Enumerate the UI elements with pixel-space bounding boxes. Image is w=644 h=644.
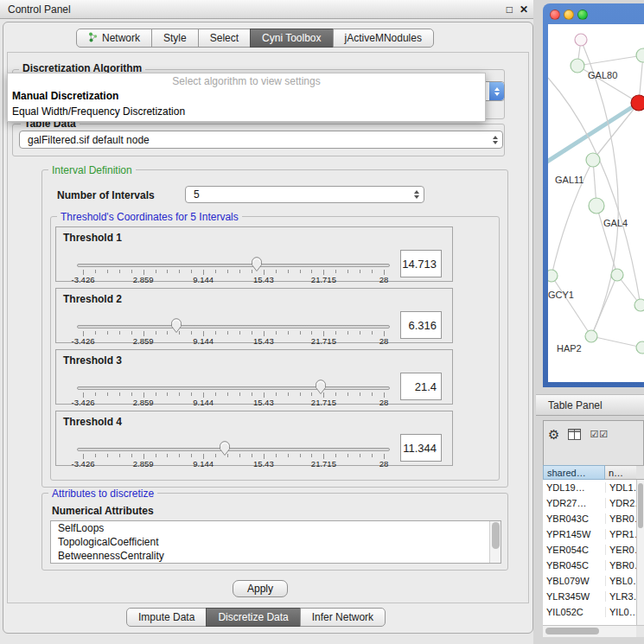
- network-node[interactable]: [575, 34, 587, 46]
- table-row[interactable]: YPR145WYPR1…: [543, 526, 636, 542]
- table-row[interactable]: YLR345WYLR3…: [543, 589, 636, 604]
- zoom-window-icon[interactable]: [577, 10, 588, 20]
- close-icon[interactable]: ✕: [520, 3, 528, 16]
- table-row[interactable]: YBL079WYBL0…: [543, 573, 636, 589]
- table-vscrollbar-thumb[interactable]: [638, 483, 643, 528]
- cell-shared-name: YLR345W: [543, 591, 605, 602]
- network-node-label: GAL11: [555, 175, 583, 185]
- tab-network[interactable]: Network: [76, 29, 152, 48]
- tab-style[interactable]: Style: [151, 29, 199, 48]
- combo-stepper-icon[interactable]: [489, 82, 504, 100]
- slider-track[interactable]: [77, 325, 390, 328]
- table-panel-header[interactable]: Table Panel: [536, 394, 644, 416]
- tab-label: Select: [210, 32, 239, 44]
- network-node-label: GAL4: [603, 218, 628, 228]
- cell-name: YDR2…: [605, 498, 636, 508]
- select-none-checkbox-icon[interactable]: ☑: [599, 429, 609, 439]
- threshold-value-field[interactable]: 14.713: [400, 250, 442, 277]
- list-scrollbar[interactable]: [489, 521, 501, 563]
- numerical-attributes-list[interactable]: SelfLoopsTopologicalCoefficientBetweenne…: [50, 520, 501, 564]
- network-node[interactable]: [636, 341, 644, 354]
- slider-thumb[interactable]: [169, 317, 182, 334]
- slider-thumb[interactable]: [218, 440, 231, 456]
- table-row[interactable]: YDL19…YDL1…: [543, 480, 636, 495]
- network-edge: [596, 206, 617, 275]
- table-data-value: galFiltered.sif default node: [28, 134, 150, 146]
- gear-icon[interactable]: ⚙: [548, 428, 559, 441]
- dropdown-option[interactable]: Manual Discretization: [8, 88, 485, 104]
- float-icon[interactable]: □: [507, 3, 513, 16]
- slider-scale-labels: -3.4262.8599.14415.4321.71528: [83, 274, 384, 284]
- tab-label: Network: [102, 32, 140, 44]
- slider-track[interactable]: [77, 448, 390, 451]
- tab-impute-data[interactable]: Impute Data: [126, 608, 207, 627]
- threshold-value-field[interactable]: 6.316: [400, 311, 442, 339]
- control-panel-tabs: NetworkStyleSelectCyni ToolboxjActiveMNo…: [76, 29, 434, 48]
- threshold-slider[interactable]: -3.4262.8599.14415.4321.71528: [77, 437, 390, 467]
- threshold-slider[interactable]: -3.4262.8599.14415.4321.71528: [77, 376, 390, 405]
- close-window-icon[interactable]: [550, 10, 560, 20]
- table-row[interactable]: YIL052CYIL0…: [543, 604, 636, 620]
- network-node[interactable]: [586, 153, 600, 167]
- table-row[interactable]: YBR043CYBR0…: [543, 511, 636, 526]
- slider-thumb[interactable]: [250, 256, 263, 272]
- tab-label: Style: [163, 32, 187, 44]
- slider-thumb[interactable]: [314, 379, 327, 395]
- network-node[interactable]: [611, 269, 623, 281]
- tab-discretize-data[interactable]: Discretize Data: [206, 608, 300, 627]
- table-row[interactable]: YER054CYER0…: [543, 542, 636, 558]
- control-panel-titlebar[interactable]: Control Panel □ ✕: [0, 0, 536, 19]
- tab-cyni-toolbox[interactable]: Cyni Toolbox: [250, 29, 333, 48]
- network-node[interactable]: [548, 270, 558, 282]
- threshold-value-field[interactable]: 11.344: [400, 434, 442, 462]
- network-canvas[interactable]: GAL80GAL11GAL4GCY1HAP2: [548, 24, 644, 382]
- table-row[interactable]: YBR045CYBR0…: [543, 558, 636, 573]
- attribute-item[interactable]: TopologicalCoefficient: [51, 535, 501, 549]
- threshold-panel: Threshold 3-3.4262.8599.14415.4321.71528…: [55, 349, 453, 405]
- cell-name: YDL1…: [605, 482, 636, 493]
- threshold-label: Threshold 2: [63, 293, 122, 305]
- column-header-name[interactable]: n…: [605, 465, 636, 480]
- cell-shared-name: YDL19…: [543, 482, 605, 493]
- network-node[interactable]: [634, 299, 644, 311]
- dropdown-option[interactable]: Equal Width/Frequency Discretization: [8, 104, 485, 119]
- slider-track[interactable]: [77, 264, 390, 267]
- threshold-panel: Threshold 4-3.4262.8599.14415.4321.71528…: [55, 411, 453, 466]
- network-node[interactable]: [589, 198, 604, 214]
- network-node-label: GCY1: [548, 290, 574, 300]
- tab-jactivemnodules[interactable]: jActiveMNodules: [333, 29, 434, 48]
- network-node[interactable]: [636, 48, 644, 62]
- table-hscrollbar-thumb[interactable]: [545, 628, 599, 634]
- threshold-slider[interactable]: -3.4262.8599.14415.4321.71528: [77, 315, 390, 344]
- threshold-slider[interactable]: -3.4262.8599.14415.4321.71528: [77, 253, 390, 283]
- numerical-attributes-label: Numerical Attributes: [52, 505, 154, 517]
- threshold-value-field[interactable]: 21.4: [400, 373, 442, 400]
- attribute-item[interactable]: BetweennessCentrality: [51, 549, 501, 563]
- tab-label: jActiveMNodules: [345, 32, 422, 44]
- network-edge: [593, 103, 639, 160]
- slider-track[interactable]: [77, 386, 390, 390]
- attribute-item[interactable]: SelfLoops: [51, 521, 501, 535]
- apply-button[interactable]: Apply: [233, 580, 288, 597]
- table-panel-title: Table Panel: [548, 399, 603, 411]
- network-view-window[interactable]: GAL80GAL11GAL4GCY1HAP2: [543, 3, 644, 387]
- column-header-shared-name[interactable]: shared…: [543, 465, 605, 480]
- network-edge: [591, 336, 642, 348]
- cell-name: YPR1…: [605, 529, 636, 539]
- columns-icon[interactable]: [568, 429, 581, 440]
- table-row[interactable]: YDR27…YDR2…: [543, 495, 636, 511]
- num-intervals-combobox[interactable]: 5: [185, 186, 424, 203]
- network-node[interactable]: [631, 95, 644, 111]
- table-data-combobox[interactable]: galFiltered.sif default node: [19, 131, 503, 149]
- dropdown-options: Manual DiscretizationEqual Width/Frequen…: [8, 88, 485, 119]
- tab-select[interactable]: Select: [198, 29, 251, 48]
- list-scrollbar-thumb[interactable]: [492, 522, 500, 549]
- attributes-group-title: Attributes to discretize: [48, 488, 157, 500]
- network-node[interactable]: [571, 59, 584, 73]
- minimize-window-icon[interactable]: [564, 10, 574, 20]
- select-all-checkbox-icon[interactable]: ☑: [590, 429, 599, 439]
- tab-infer-network[interactable]: Infer Network: [300, 608, 386, 627]
- combo-updown-icon: [414, 190, 419, 199]
- num-intervals-label: Number of Intervals: [57, 189, 155, 201]
- network-node[interactable]: [585, 330, 597, 342]
